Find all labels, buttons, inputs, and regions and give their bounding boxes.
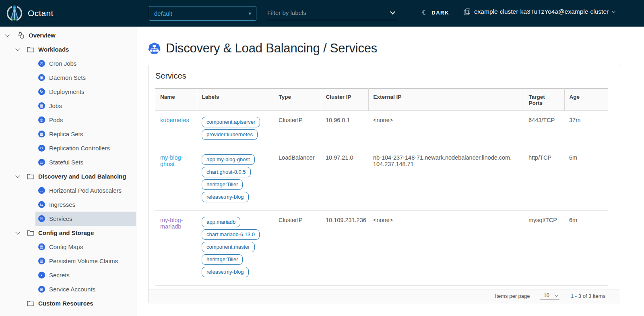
chevron-down-icon[interactable] xyxy=(390,9,395,15)
column-header-name: Name xyxy=(155,89,197,111)
sidebar-item-label: Cron Jobs xyxy=(49,60,76,67)
chevron-down-icon[interactable] xyxy=(14,49,21,50)
sidebar-item-daemon-sets[interactable]: ▣ Daemon Sets xyxy=(35,71,136,85)
sidebar-item-label: Service Accounts xyxy=(49,286,95,293)
sidebar-item-label: Custom Resources xyxy=(38,300,93,307)
label-pill-row: provider:kubernetes xyxy=(202,129,269,140)
cluster-icon xyxy=(464,8,471,15)
sidebar-item-label: Workloads xyxy=(38,46,69,53)
sidebar-item-stateful-sets[interactable]: ▤ Stateful Sets xyxy=(35,155,136,169)
deployments-icon: ↻ xyxy=(37,88,45,96)
brand: Octant xyxy=(6,5,54,21)
service-name-link[interactable]: my-blog-ghost xyxy=(160,154,183,167)
sidebar-item-label: Pods xyxy=(49,116,63,123)
sidebar-item-label: Config Maps xyxy=(49,243,83,250)
page-title: Discovery & Load Balancing / Services xyxy=(166,41,377,56)
label-pill[interactable]: app:my-blog-ghost xyxy=(202,154,255,165)
sidebar-item-label: Overview xyxy=(29,32,56,39)
service-name-link[interactable]: my-blog-mariadb xyxy=(160,217,183,230)
label-pill[interactable]: heritage:Tiller xyxy=(202,254,243,265)
cron-jobs-icon: ◷ xyxy=(37,60,45,68)
label-pill[interactable]: release:my-blog xyxy=(202,267,249,277)
ingresses-icon: ⇆ xyxy=(37,201,45,209)
labels-cell: app:my-blog-ghostchart:ghost-8.0.5herita… xyxy=(197,148,274,211)
chevron-down-icon xyxy=(612,9,616,13)
sidebar-item-replication-controllers[interactable]: ↻ Replication Controllers xyxy=(35,141,136,155)
label-pill-row: component:master xyxy=(202,242,269,252)
label-pill[interactable]: provider:kubernetes xyxy=(202,129,258,140)
caret-down-icon: ▾ xyxy=(248,10,251,17)
items-per-page-select[interactable]: 10 xyxy=(540,292,559,300)
sidebar-item-replica-sets[interactable]: ▩ Replica Sets xyxy=(35,127,136,141)
external-ip-cell: nb-104-237-148-71.newark.nodebalancer.li… xyxy=(368,148,524,211)
chevron-down-icon[interactable] xyxy=(4,35,10,36)
sidebar-item-deployments[interactable]: ↻ Deployments xyxy=(35,85,136,99)
sidebar-item-label: Ingresses xyxy=(49,201,75,208)
label-filter-input[interactable] xyxy=(267,9,388,16)
label-pill[interactable]: app:mariadb xyxy=(202,217,240,227)
namespace-dropdown[interactable]: default ▾ xyxy=(149,6,256,21)
label-pill-row: heritage:Tiller xyxy=(202,254,269,265)
label-pill-row: app:mariadb xyxy=(202,217,269,227)
sidebar-item-discovery-and-load-balancing[interactable]: Discovery and Load Balancing xyxy=(0,169,136,183)
sidebar-item-label: Deployments xyxy=(49,88,85,95)
services-table: NameLabelsTypeCluster IPExternal IPTarge… xyxy=(155,88,608,286)
sidebar-item-service-accounts[interactable]: ◉ Service Accounts xyxy=(35,282,136,296)
sidebar-item-secrets[interactable]: ▪ Secrets xyxy=(35,268,136,282)
sidebar-item-overview[interactable]: Overview xyxy=(0,28,136,42)
label-pill[interactable]: chart:ghost-8.0.5 xyxy=(202,167,251,177)
sidebar-item-label: Replication Controllers xyxy=(49,145,110,152)
sidebar-item-jobs[interactable]: ▦ Jobs xyxy=(35,99,136,113)
sidebar-item-workloads[interactable]: Workloads xyxy=(0,42,136,56)
external-ip-cell: <none> xyxy=(368,111,524,148)
service-accounts-icon: ◉ xyxy=(37,285,45,293)
column-header-type: Type xyxy=(274,89,321,111)
services-card: Services NameLabelsTypeCluster IPExterna… xyxy=(148,65,620,303)
label-pill[interactable]: chart:mariadb-6.13.0 xyxy=(202,229,260,240)
label-pill[interactable]: component:apiserver xyxy=(202,117,260,127)
octant-logo-icon xyxy=(6,5,23,21)
folder-icon xyxy=(27,173,35,181)
label-pill[interactable]: release:my-blog xyxy=(202,192,249,202)
sidebar-item-services[interactable]: ⌘ Services xyxy=(35,212,136,226)
sidebar-item-label: Config and Storage xyxy=(38,229,94,236)
table-row: my-blog-ghost app:my-blog-ghostchart:gho… xyxy=(155,148,608,211)
theme-toggle[interactable]: ☾ DARK xyxy=(422,8,449,17)
label-pill[interactable]: heritage:Tiller xyxy=(202,179,243,190)
age-cell: 37m xyxy=(564,111,608,148)
config-maps-icon: ▤ xyxy=(37,243,45,251)
sidebar-item-cron-jobs[interactable]: ◷ Cron Jobs xyxy=(35,56,136,71)
sidebar-item-config-maps[interactable]: ▤ Config Maps xyxy=(35,240,136,254)
sidebar-item-label: Secrets xyxy=(49,272,70,279)
cluster-ip-cell: 10.97.21.0 xyxy=(321,148,368,211)
label-pill-row: release:my-blog xyxy=(202,192,269,202)
chevron-down-icon[interactable] xyxy=(14,232,21,234)
folder-icon xyxy=(27,299,35,308)
target-ports-cell: http/TCP xyxy=(524,148,564,211)
label-pill-row: component:apiserver xyxy=(202,117,269,127)
sidebar-item-ingresses[interactable]: ⇆ Ingresses xyxy=(35,198,136,212)
label-filter xyxy=(267,6,397,20)
label-pill[interactable]: component:master xyxy=(202,242,255,252)
sidebar-item-label: Persistent Volume Claims xyxy=(49,258,118,264)
service-name-link[interactable]: kubernetes xyxy=(160,117,189,123)
label-pill-row: chart:mariadb-6.13.0 xyxy=(202,229,269,240)
type-cell: ClusterIP xyxy=(274,211,321,286)
sidebar-item-custom-resources[interactable]: Custom Resources xyxy=(0,296,136,310)
sidebar-item-label: Services xyxy=(49,215,72,222)
cluster-context-label: example-cluster-ka3TuTzYo4a@example-clus… xyxy=(474,8,609,15)
cluster-context-selector[interactable]: example-cluster-ka3TuTzYo4a@example-clus… xyxy=(464,8,615,15)
sidebar-item-pods[interactable]: ◎ Pods xyxy=(35,113,136,127)
label-pill-row: release:my-blog xyxy=(202,267,269,277)
labels-cell: app:mariadbchart:mariadb-6.13.0component… xyxy=(197,211,274,286)
sidebar-item-horizontal-pod-autoscalers[interactable]: ↔ Horizontal Pod Autoscalers xyxy=(35,183,136,198)
pagination-range: 1 - 3 of 3 items xyxy=(571,293,605,299)
replication-controllers-icon: ↻ xyxy=(37,144,45,152)
sidebar-item-persistent-volume-claims[interactable]: ▥ Persistent Volume Claims xyxy=(35,254,136,268)
card-title: Services xyxy=(155,71,613,81)
items-per-page-value: 10 xyxy=(544,292,549,298)
column-header-external-ip: External IP xyxy=(368,89,524,111)
persistent-volume-claims-icon: ▥ xyxy=(37,257,45,265)
sidebar-item-config-and-storage[interactable]: Config and Storage xyxy=(0,226,136,240)
chevron-down-icon[interactable] xyxy=(14,176,21,177)
